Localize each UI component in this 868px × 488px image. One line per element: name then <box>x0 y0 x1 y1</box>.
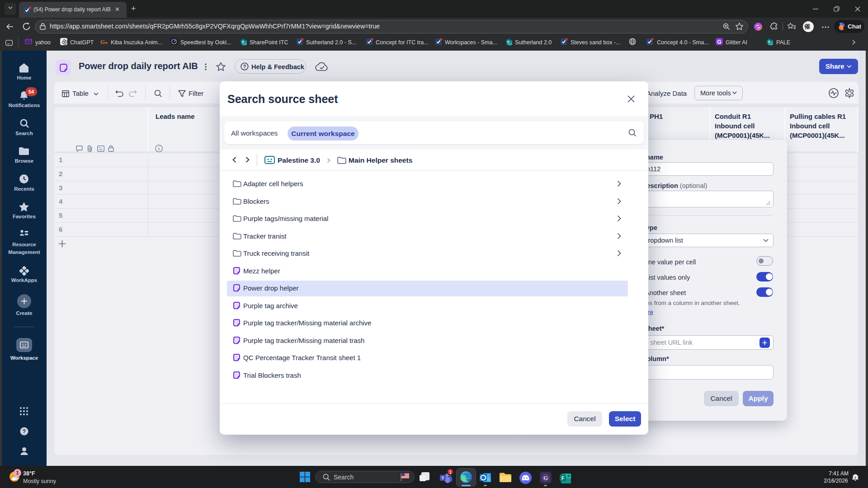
svg-text:?: ? <box>243 64 246 69</box>
svg-text:T: T <box>442 475 444 480</box>
svg-text:F: F <box>561 476 564 481</box>
svg-text:?: ? <box>23 428 26 435</box>
svg-text:Gm: Gm <box>100 38 108 45</box>
svg-text:G: G <box>543 474 548 481</box>
svg-text:z: z <box>857 474 859 479</box>
svg-text:G: G <box>717 39 721 45</box>
svg-text:z: z <box>854 476 856 479</box>
